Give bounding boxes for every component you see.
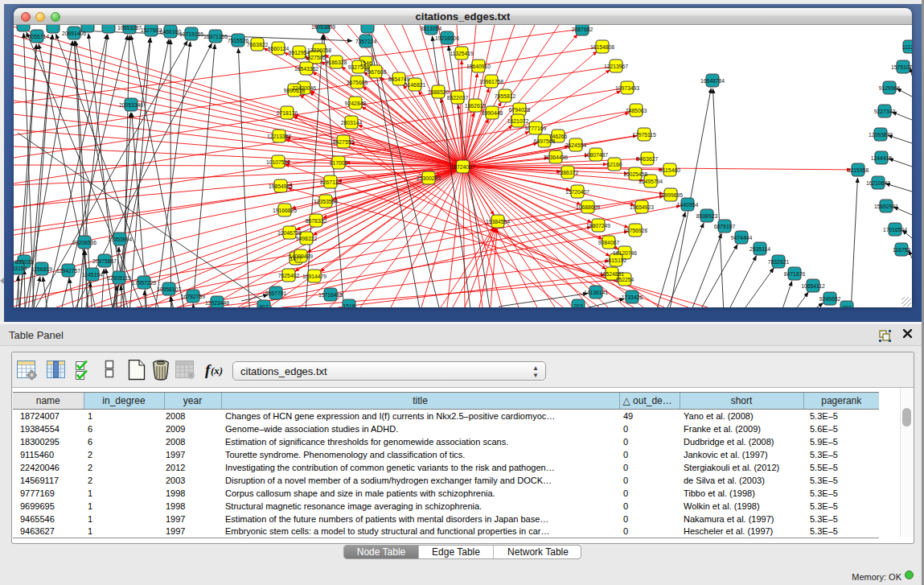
svg-text:1156819: 1156819 — [31, 266, 52, 272]
svg-text:2803144: 2803144 — [341, 120, 363, 126]
svg-text:6497568: 6497568 — [534, 138, 556, 144]
svg-text:12213382: 12213382 — [267, 134, 291, 139]
svg-text:1145194: 1145194 — [82, 272, 103, 278]
svg-text:18807249: 18807249 — [586, 223, 610, 229]
svg-text:17016504: 17016504 — [883, 227, 907, 233]
svg-text:8660124: 8660124 — [268, 46, 290, 51]
svg-text:10025458: 10025458 — [623, 171, 647, 177]
svg-text:16210643: 16210643 — [866, 180, 890, 186]
svg-text:7955812: 7955812 — [495, 93, 516, 99]
svg-text:817006: 817006 — [330, 160, 348, 166]
svg-text:2967608: 2967608 — [365, 69, 387, 75]
svg-text:1527602: 1527602 — [141, 27, 162, 33]
svg-text:18724007: 18724007 — [450, 164, 474, 170]
svg-text:17975115: 17975115 — [632, 132, 656, 138]
svg-text:7625402: 7625402 — [278, 273, 300, 278]
svg-text:9245652: 9245652 — [819, 296, 841, 302]
svg-text:12213967: 12213967 — [604, 64, 628, 69]
svg-text:3675685: 3675685 — [347, 80, 368, 85]
svg-text:10653287: 10653287 — [117, 25, 142, 31]
svg-text:6879197: 6879197 — [714, 224, 736, 229]
svg-text:8427552: 8427552 — [333, 139, 355, 145]
svg-text:9242848: 9242848 — [345, 101, 367, 106]
svg-text:13226058: 13226058 — [307, 47, 331, 53]
svg-text:1244415: 1244415 — [871, 155, 893, 161]
svg-text:1440954: 1440954 — [677, 202, 699, 208]
svg-text:16524851: 16524851 — [600, 271, 624, 277]
svg-text:1615192: 1615192 — [606, 257, 627, 263]
svg-text:16648784: 16648784 — [700, 78, 725, 84]
svg-text:62160: 62160 — [607, 162, 622, 167]
svg-text:8267110: 8267110 — [320, 179, 341, 185]
svg-text:20691406: 20691406 — [62, 31, 86, 36]
svg-text:16543382: 16543382 — [294, 66, 318, 72]
svg-text:8990448: 8990448 — [482, 110, 503, 116]
svg-text:9777169: 9777169 — [525, 126, 547, 131]
svg-text:8938923: 8938923 — [696, 213, 718, 219]
svg-text:25300293: 25300293 — [417, 175, 441, 181]
svg-text:933154: 933154 — [14, 266, 27, 271]
svg-text:3624554: 3624554 — [565, 142, 587, 148]
svg-text:14099489: 14099489 — [289, 253, 313, 259]
svg-text:6794028: 6794028 — [509, 107, 531, 113]
svg-text:203: 203 — [573, 303, 583, 308]
svg-text:8186328: 8186328 — [326, 60, 347, 65]
svg-text:16154808: 16154808 — [590, 44, 614, 50]
svg-text:1621072: 1621072 — [507, 118, 529, 124]
svg-text:10719155: 10719155 — [179, 31, 203, 37]
svg-text:10961758: 10961758 — [479, 79, 503, 84]
svg-text:10107552: 10107552 — [266, 159, 290, 165]
svg-text:10654112: 10654112 — [801, 283, 825, 289]
svg-text:3215958: 3215958 — [848, 167, 869, 173]
svg-text:9146821: 9146821 — [405, 82, 426, 88]
svg-text:(x): (x) — [211, 365, 223, 377]
svg-text:19384554: 19384554 — [486, 219, 510, 225]
svg-text:20053346: 20053346 — [119, 102, 143, 108]
svg-text:12093872: 12093872 — [869, 132, 893, 138]
svg-text:10688609: 10688609 — [576, 204, 600, 210]
svg-text:10999695: 10999695 — [659, 192, 683, 198]
svg-text:9463627: 9463627 — [637, 156, 659, 162]
svg-text:16495794: 16495794 — [639, 179, 663, 184]
svg-text:10958107: 10958107 — [157, 286, 181, 292]
svg-text:9129966: 9129966 — [879, 85, 901, 91]
svg-text:18640910: 18640910 — [466, 64, 491, 69]
svg-text:20975867: 20975867 — [92, 258, 117, 264]
svg-text:20206536: 20206536 — [72, 240, 97, 245]
svg-text:15720407: 15720407 — [565, 189, 589, 195]
svg-text:12905115: 12905115 — [107, 275, 131, 281]
svg-text:17353994: 17353994 — [108, 237, 132, 242]
svg-text:12942757: 12942757 — [56, 268, 80, 274]
svg-text:203: 203 — [842, 305, 852, 308]
svg-text:2718176: 2718176 — [277, 110, 298, 116]
svg-text:835031: 835031 — [15, 259, 34, 265]
svg-text:1362615: 1362615 — [465, 103, 487, 109]
svg-text:10973493: 10973493 — [615, 85, 639, 91]
svg-text:12353594: 12353594 — [314, 199, 338, 204]
svg-text:16053809: 16053809 — [311, 25, 335, 30]
svg-text:19654923: 19654923 — [630, 204, 654, 210]
svg-text:19854985: 19854985 — [269, 183, 293, 189]
svg-text:2935114: 2935114 — [749, 246, 770, 252]
svg-text:907: 907 — [259, 304, 269, 308]
svg-text:9657791: 9657791 — [265, 290, 287, 296]
svg-text:9327505: 9327505 — [305, 55, 326, 60]
svg-text:17957225: 17957225 — [132, 280, 156, 286]
svg-text:116753: 116753 — [893, 247, 910, 253]
svg-text:9890618: 9890618 — [284, 88, 306, 93]
svg-text:15716485: 15716485 — [318, 292, 343, 298]
svg-text:746266: 746266 — [549, 134, 568, 139]
svg-text:9227342: 9227342 — [874, 109, 896, 114]
svg-text:7357224: 7357224 — [355, 39, 377, 44]
svg-text:7515526: 7515526 — [228, 38, 249, 43]
svg-text:16782759: 16782759 — [181, 294, 205, 299]
svg-text:14136141: 14136141 — [584, 290, 608, 295]
svg-text:10807487: 10807487 — [584, 152, 608, 158]
svg-text:14055714: 14055714 — [25, 34, 49, 39]
svg-text:2087682: 2087682 — [572, 27, 593, 32]
svg-text:19166825: 19166825 — [273, 208, 297, 213]
svg-text:9084067: 9084067 — [598, 240, 620, 245]
svg-text:7832621: 7832621 — [768, 259, 790, 265]
svg-text:16120746: 16120746 — [613, 250, 637, 256]
svg-text:1588520: 1588520 — [428, 89, 450, 95]
